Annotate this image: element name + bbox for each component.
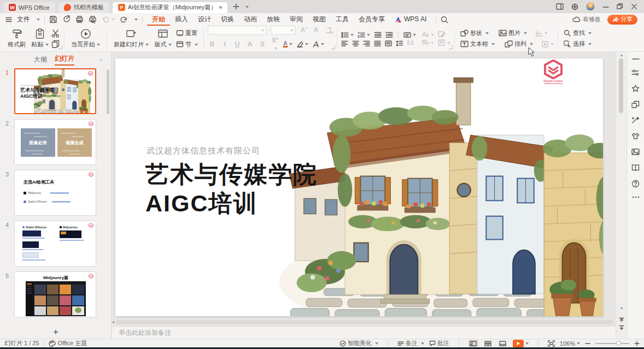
print-icon[interactable]: [75, 15, 84, 23]
align-left-icon[interactable]: [341, 40, 348, 46]
restore-icon[interactable]: [617, 3, 623, 10]
text-effects-button[interactable]: [312, 41, 324, 48]
slide-thumbnail-5[interactable]: 5 Midjounry篇: [0, 271, 112, 317]
beautify-wand-icon[interactable]: [631, 116, 640, 124]
ribbon-tab-animation[interactable]: 动画: [239, 13, 262, 26]
new-tab-icon[interactable]: [233, 3, 239, 10]
ribbon-tab-tools[interactable]: 工具: [331, 13, 354, 26]
slide-thumbnail-2[interactable]: 2 图像处理 视频生成: [0, 119, 112, 165]
vertical-scrollbar[interactable]: ▴ ▾: [616, 52, 627, 339]
user-avatar[interactable]: [586, 2, 595, 11]
next-slide-icon[interactable]: [618, 325, 625, 332]
ribbon-tab-view[interactable]: 视图: [308, 13, 331, 26]
slide-thumbnail-4[interactable]: 4 Stable Diffusion Midjourney: [0, 221, 112, 267]
ribbon-tab-review[interactable]: 审阅: [285, 13, 308, 26]
bullets-button[interactable]: [341, 32, 354, 38]
slide-logo[interactable]: Hypercube: [537, 60, 569, 90]
reading-view-button[interactable]: [498, 340, 508, 347]
line-spacing-icon[interactable]: [396, 40, 403, 46]
slide-company-text[interactable]: 武汉超方体信息技术有限公司: [147, 146, 260, 156]
font-size-select[interactable]: [271, 26, 296, 35]
decrease-indent-icon[interactable]: [374, 32, 382, 38]
slide-title-text[interactable]: 艺术与传媒学院 AIGC培训: [145, 160, 318, 218]
ribbon-tab-slideshow[interactable]: 放映: [262, 13, 285, 26]
font-color-button[interactable]: A: [283, 40, 292, 48]
print-preview-icon[interactable]: [89, 15, 97, 23]
clipboard-launcher[interactable]: [58, 45, 62, 49]
paste-button[interactable]: 粘贴: [28, 28, 51, 49]
tab-active-document[interactable]: P Ai创意绘画课堂（Midjourney篇）: [113, 2, 228, 13]
collapse-panel-button[interactable]: ‹: [100, 56, 102, 63]
zoom-out-icon[interactable]: [585, 341, 590, 346]
reset-button[interactable]: 重置: [174, 28, 200, 38]
smart-shapes-icon[interactable]: [631, 100, 640, 108]
tab-wps-home[interactable]: W WPS Office: [3, 2, 55, 13]
find-button[interactable]: 查找: [562, 28, 593, 38]
format-painter-button[interactable]: 格式刷: [5, 28, 28, 49]
hscroll-left-arrow-icon[interactable]: ◂: [112, 320, 114, 324]
select-button[interactable]: 选择: [562, 39, 593, 49]
numbering-button[interactable]: [358, 32, 370, 38]
shadow-button[interactable]: S: [258, 40, 267, 48]
font-family-select[interactable]: [208, 26, 267, 35]
zoom-slider-knob[interactable]: [616, 341, 621, 346]
zoom-slider[interactable]: [595, 343, 629, 344]
quickbar-more-caret-icon[interactable]: [134, 19, 138, 22]
ribbon-tab-design[interactable]: 设计: [193, 13, 216, 26]
save-icon[interactable]: [49, 15, 57, 23]
slide-sorter-view-button[interactable]: [483, 340, 493, 347]
bold-button[interactable]: B: [208, 40, 216, 48]
slide-thumbnail-1[interactable]: 1 武汉超方体信息技术有限公司 艺术与传媒学院AIGC培训: [0, 68, 112, 114]
new-slide-button[interactable]: 新建幻灯片: [111, 28, 151, 49]
tab-list-caret-icon[interactable]: [245, 6, 249, 10]
slides-tab[interactable]: 幻灯片: [55, 54, 74, 66]
outline-tab[interactable]: 大纲: [34, 55, 47, 64]
increase-font-button[interactable]: A+: [300, 26, 308, 34]
align-center-icon[interactable]: [352, 40, 359, 46]
columns-icon[interactable]: [407, 40, 414, 46]
vscroll-down-arrow-icon[interactable]: ▾: [616, 306, 627, 311]
slideshow-button[interactable]: [513, 340, 529, 347]
ribbon-tab-member[interactable]: 会员专享: [354, 13, 390, 26]
comments-button[interactable]: 批注: [429, 339, 449, 347]
redo-icon[interactable]: [120, 16, 128, 23]
text-direction-button[interactable]: [403, 32, 416, 38]
effects-star-icon[interactable]: [631, 85, 640, 92]
properties-sliders-icon[interactable]: [631, 69, 640, 76]
vscroll-up-arrow-icon[interactable]: ▴: [616, 52, 627, 57]
align-justify-icon[interactable]: [374, 40, 381, 46]
shapes-button[interactable]: 形状: [459, 28, 490, 38]
play-from-current-button[interactable]: 当页开始: [68, 28, 103, 49]
minimize-icon[interactable]: [602, 3, 609, 10]
collapse-sidebar-icon[interactable]: [632, 57, 640, 61]
settings-wheel-icon[interactable]: [571, 3, 578, 10]
clear-format-icon[interactable]: [325, 27, 333, 34]
reference-book-icon[interactable]: [631, 164, 640, 171]
sync-status[interactable]: 有修改: [572, 15, 601, 23]
paragraph-launcher[interactable]: [449, 45, 453, 49]
italic-button[interactable]: I: [220, 40, 229, 48]
layout-switch-icon[interactable]: [556, 3, 564, 10]
zoom-level-button[interactable]: 106%: [560, 340, 580, 347]
theme-skin-icon[interactable]: [631, 132, 640, 140]
previous-slide-icon[interactable]: [618, 316, 625, 322]
help-icon[interactable]: [631, 180, 640, 188]
strikethrough-button[interactable]: A: [245, 40, 254, 48]
normal-view-button[interactable]: [469, 340, 478, 347]
ribbon-tab-transition[interactable]: 切换: [216, 13, 239, 26]
distribute-text-icon[interactable]: [385, 40, 392, 46]
add-slide-button[interactable]: +: [0, 327, 112, 338]
theme-name[interactable]: Office 主题: [58, 339, 87, 347]
section-button[interactable]: 节: [174, 40, 200, 49]
align-right-icon[interactable]: [363, 40, 370, 46]
export-icon[interactable]: [62, 15, 71, 23]
file-menu[interactable]: 文件: [17, 15, 30, 24]
cut-icon[interactable]: [51, 29, 60, 38]
search-icon[interactable]: [441, 16, 448, 23]
layout-button[interactable]: 版式: [151, 28, 174, 49]
horizontal-scrollbar[interactable]: ◂: [112, 319, 616, 325]
ribbon-tab-insert[interactable]: 插入: [170, 13, 193, 26]
panel-scrollbar[interactable]: [107, 69, 109, 114]
notes-area[interactable]: 单击此处添加备注: [112, 326, 616, 339]
textbox-button[interactable]: 文本框: [459, 39, 496, 49]
